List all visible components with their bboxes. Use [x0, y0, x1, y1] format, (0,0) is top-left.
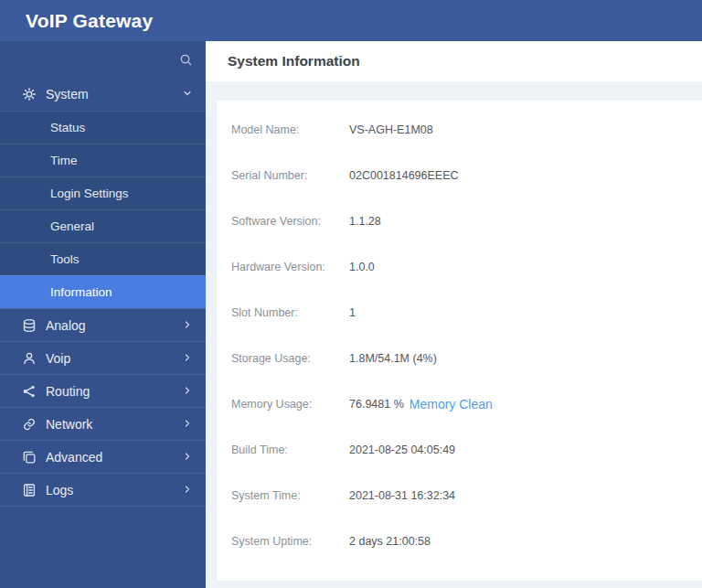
chevron-right-icon [182, 417, 193, 432]
sidebar-item-analog[interactable]: Analog [0, 308, 206, 341]
layout: System Status Time Login Settings Genera… [0, 41, 702, 588]
sidebar-subitem-login-settings[interactable]: Login Settings [0, 176, 206, 209]
field-row-system-time: System Time: 2021-08-31 16:32:34 [231, 473, 702, 519]
field-row-build-time: Build Time: 2021-08-25 04:05:49 [231, 427, 702, 473]
sidebar-item-label: System [46, 87, 182, 102]
sidebar-item-label: Voip [46, 351, 182, 366]
field-label: System Uptime: [231, 535, 349, 548]
sidebar-item-logs[interactable]: Logs [0, 473, 206, 506]
sidebar-search-row [0, 41, 206, 78]
field-label: Hardware Version: [231, 261, 349, 273]
field-label: Build Time: [231, 444, 349, 456]
field-row-memory-usage: Memory Usage: 76.9481 % Memory Clean [231, 381, 702, 427]
app-title: VoIP Gateway [26, 10, 153, 32]
subitem-label: Information [50, 285, 112, 299]
field-label: Storage Usage: [231, 352, 349, 365]
field-value: 2 days 21:00:58 [349, 535, 431, 548]
chevron-down-icon [182, 87, 193, 102]
sidebar-item-routing[interactable]: Routing [0, 374, 206, 407]
field-label: Serial Number: [231, 169, 349, 182]
sidebar-subitem-general[interactable]: General [0, 209, 206, 242]
sidebar-item-label: Routing [46, 384, 182, 399]
field-value: 2021-08-25 04:05:49 [349, 444, 455, 456]
system-info-card: Model Name: VS-AGH-E1M08 Serial Number: … [217, 101, 702, 581]
field-label: Slot Number: [231, 306, 349, 319]
chevron-right-icon [182, 384, 193, 399]
subitem-label: Tools [50, 252, 80, 266]
chevron-right-icon [182, 483, 193, 497]
field-label: Memory Usage: [231, 398, 349, 411]
sidebar-item-label: Analog [46, 318, 182, 333]
memory-clean-link[interactable]: Memory Clean [410, 397, 493, 412]
sidebar: System Status Time Login Settings Genera… [0, 41, 206, 588]
main-area: System Information Model Name: VS-AGH-E1… [206, 41, 702, 588]
field-row-hardware-version: Hardware Version: 1.0.0 [231, 244, 702, 290]
share-icon [22, 384, 37, 399]
link-icon [22, 417, 37, 432]
log-icon [22, 483, 37, 497]
field-label: Software Version: [231, 215, 349, 228]
field-row-storage-usage: Storage Usage: 1.8M/54.1M (4%) [231, 336, 702, 381]
field-row-system-uptime: System Uptime: 2 days 21:00:58 [231, 519, 702, 564]
user-icon [22, 351, 37, 366]
field-value: 2021-08-31 16:32:34 [349, 489, 455, 502]
gear-icon [22, 87, 37, 102]
search-icon[interactable] [179, 53, 193, 67]
sidebar-subitem-time[interactable]: Time [0, 144, 206, 176]
field-value: 1.1.28 [349, 215, 381, 228]
sidebar-item-label: Advanced [46, 450, 182, 465]
field-value: 1.8M/54.1M (4%) [349, 352, 437, 365]
database-icon [22, 318, 37, 333]
field-row-model-name: Model Name: VS-AGH-E1M08 [231, 107, 702, 153]
copy-icon [22, 450, 37, 465]
subitem-label: Time [50, 154, 78, 167]
sidebar-subitem-information[interactable]: Information [0, 275, 206, 308]
sidebar-filler [0, 506, 206, 588]
sidebar-item-system[interactable]: System [0, 78, 206, 111]
page-title: System Information [228, 53, 360, 69]
field-row-slot-number: Slot Number: 1 [231, 290, 702, 336]
system-submenu: Status Time Login Settings General Tools… [0, 111, 206, 308]
app-header: VoIP Gateway [0, 0, 702, 41]
field-row-serial-number: Serial Number: 02C001814696EEEC [231, 153, 702, 198]
field-value: VS-AGH-E1M08 [349, 123, 433, 136]
content: Model Name: VS-AGH-E1M08 Serial Number: … [206, 81, 702, 588]
sidebar-item-label: Network [46, 417, 182, 432]
field-value: 1 [349, 306, 356, 319]
sidebar-subitem-status[interactable]: Status [0, 111, 206, 144]
subitem-label: General [50, 219, 94, 233]
page-titlebar: System Information [206, 41, 702, 81]
field-row-software-version: Software Version: 1.1.28 [231, 198, 702, 244]
field-value: 02C001814696EEEC [349, 169, 459, 182]
field-label: System Time: [231, 489, 349, 502]
chevron-right-icon [182, 318, 193, 333]
sidebar-item-label: Logs [46, 483, 182, 497]
subitem-label: Login Settings [50, 187, 129, 200]
field-label: Model Name: [231, 123, 349, 136]
sidebar-item-advanced[interactable]: Advanced [0, 440, 206, 473]
sidebar-item-voip[interactable]: Voip [0, 341, 206, 374]
field-value: 1.0.0 [349, 261, 375, 273]
chevron-right-icon [182, 450, 193, 465]
sidebar-item-network[interactable]: Network [0, 407, 206, 440]
subitem-label: Status [50, 121, 85, 134]
chevron-right-icon [182, 351, 193, 366]
field-value: 76.9481 % [349, 398, 404, 411]
sidebar-subitem-tools[interactable]: Tools [0, 242, 206, 275]
